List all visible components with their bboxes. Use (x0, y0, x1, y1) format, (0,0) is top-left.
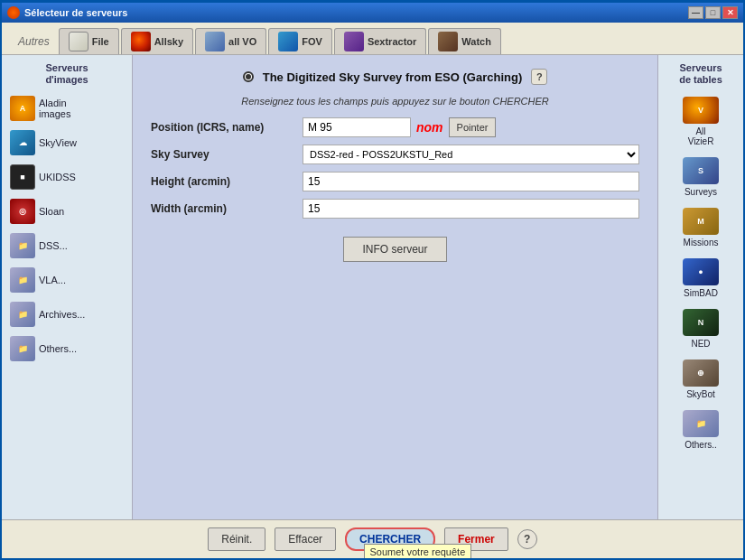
sky-survey-row: DSS2-red - POSS2UKSTU_Red DSS2-blue - PO… (303, 145, 639, 164)
allsky-tab-icon (131, 32, 151, 51)
position-row: nom Pointer (303, 117, 639, 137)
info-server-button[interactable]: INFO serveur (343, 237, 446, 262)
sidebar-item-ukidss[interactable]: ■ UKIDSS (6, 162, 127, 192)
window-title: Sélecteur de serveurs (24, 7, 127, 18)
sky-survey-select[interactable]: DSS2-red - POSS2UKSTU_Red DSS2-blue - PO… (303, 145, 639, 164)
aladin-label: Aladinimages (39, 98, 70, 119)
minimize-button[interactable]: — (688, 6, 703, 19)
tab-sextractor[interactable]: Sextractor (334, 28, 426, 54)
close-button[interactable]: ✕ (722, 6, 738, 19)
sidebar-item-dss[interactable]: 📁 DSS... (6, 230, 127, 261)
simbad-icon: ● (683, 258, 719, 285)
sky-survey-label: Sky Survey (151, 148, 295, 161)
tab-allvo[interactable]: all VO (195, 28, 266, 54)
ned-icon: N (683, 309, 719, 336)
main-content: Autres File Allsky all VO FOV Sextractor (2, 23, 743, 558)
sextractor-tab-icon (344, 32, 364, 51)
sloan-label: Sloan (39, 206, 64, 217)
others-left-label: Others... (39, 343, 77, 354)
nom-label: nom (416, 120, 443, 135)
sidebar-item-missions[interactable]: M Missions (663, 204, 739, 251)
dss-icon: 📁 (10, 233, 35, 258)
ned-label: NED (691, 339, 710, 349)
missions-label: Missions (684, 238, 719, 247)
title-bar-left: Sélecteur de serveurs (7, 6, 127, 19)
tab-allvo-label: all VO (228, 36, 256, 47)
body-area: Serveursd'images A Aladinimages ☁ SkyVie… (2, 55, 743, 519)
sidebar-item-surveys[interactable]: S Surveys (663, 154, 739, 201)
sidebar-item-vla[interactable]: 📁 VLA... (6, 265, 127, 295)
others-right-icon: 📁 (683, 410, 719, 437)
effacer-button[interactable]: Effacer (275, 527, 336, 551)
server-radio[interactable] (243, 71, 254, 82)
watch-tab-icon (438, 32, 458, 51)
app-icon (7, 6, 20, 19)
position-label: Position (ICRS, name) (151, 121, 295, 134)
server-header: The Digitized Sky Survey from ESO (Garch… (151, 69, 639, 85)
cfov-tab-icon (278, 32, 298, 51)
sidebar-item-aladin[interactable]: A Aladinimages (6, 93, 127, 124)
skyview-icon: ☁ (10, 130, 35, 155)
width-label: Width (arcmin) (151, 202, 295, 215)
footer-help-button[interactable]: ? (517, 529, 537, 549)
sidebar-item-archives[interactable]: 📁 Archives... (6, 299, 127, 330)
sidebar-item-skybot[interactable]: ⊕ SkyBot (663, 356, 739, 403)
tab-cfov-label: FOV (302, 36, 322, 47)
sidebar-right-title: Serveursde tables (663, 62, 739, 86)
tab-allsky-label: Allsky (154, 36, 183, 47)
fermer-button[interactable]: Fermer (444, 527, 508, 551)
center-panel: The Digitized Sky Survey from ESO (Garch… (133, 55, 657, 519)
pointer-button[interactable]: Pointer (449, 117, 497, 137)
file-tab-icon (69, 32, 88, 51)
sidebar-left: Serveursd'images A Aladinimages ☁ SkyVie… (2, 55, 133, 519)
allvo-tab-icon (205, 32, 225, 51)
title-controls: — □ ✕ (688, 6, 738, 19)
tab-file-label: File (92, 36, 109, 47)
surveys-icon: S (683, 157, 719, 184)
footer: Réinit. Effacer CHERCHER Fermer ? Soumet… (2, 519, 743, 558)
height-input[interactable] (303, 172, 639, 191)
sidebar-item-simbad[interactable]: ● SimBAD (663, 255, 739, 302)
allvizier-icon: V (683, 97, 719, 124)
tab-allsky[interactable]: Allsky (121, 28, 193, 54)
server-help-button[interactable]: ? (531, 69, 547, 85)
skybot-icon: ⊕ (683, 359, 719, 387)
ukidss-icon: ■ (10, 164, 35, 190)
ukidss-label: UKIDSS (39, 172, 76, 182)
sidebar-item-ned[interactable]: N NED (663, 305, 739, 352)
width-row (303, 199, 639, 219)
missions-icon: M (683, 208, 719, 235)
vla-icon: 📁 (10, 267, 35, 293)
tab-watch-label: Watch (461, 36, 491, 47)
tab-file[interactable]: File (59, 28, 119, 54)
position-input[interactable] (303, 117, 411, 137)
skyview-label: SkyView (39, 137, 77, 148)
sidebar-item-sloan[interactable]: ◎ Sloan (6, 196, 127, 227)
sidebar-item-others-left[interactable]: 📁 Others... (6, 333, 127, 364)
sidebar-left-title: Serveursd'images (6, 62, 127, 86)
chercher-button[interactable]: CHERCHER (345, 527, 435, 551)
sidebar-item-allvizier[interactable]: V AllVizieR (663, 93, 739, 150)
others-left-icon: 📁 (10, 336, 35, 361)
vla-label: VLA... (39, 275, 66, 285)
archives-icon: 📁 (10, 302, 35, 327)
sidebar-item-skyview[interactable]: ☁ SkyView (6, 127, 127, 158)
form-grid: Position (ICRS, name) nom Pointer Sky Su… (151, 117, 639, 219)
reinit-button[interactable]: Réinit. (208, 527, 265, 551)
restore-button[interactable]: □ (705, 6, 721, 19)
tab-cfov[interactable]: FOV (268, 28, 332, 54)
archives-label: Archives... (39, 309, 85, 320)
tab-watch[interactable]: Watch (428, 28, 501, 54)
skybot-label: SkyBot (686, 389, 715, 399)
surveys-label: Surveys (684, 187, 717, 197)
aladin-icon: A (10, 96, 35, 121)
width-input[interactable] (303, 199, 639, 219)
height-row (303, 172, 639, 191)
dss-label: DSS... (39, 240, 68, 251)
instruction-text: Renseignez tous les champs puis appuyez … (151, 96, 639, 107)
tab-autres[interactable]: Autres (11, 32, 57, 51)
others-right-label: Others.. (684, 440, 717, 450)
server-title: The Digitized Sky Survey from ESO (Garch… (263, 70, 523, 84)
allvizier-label: AllVizieR (688, 126, 714, 146)
sidebar-item-others-right[interactable]: 📁 Others.. (663, 406, 739, 453)
